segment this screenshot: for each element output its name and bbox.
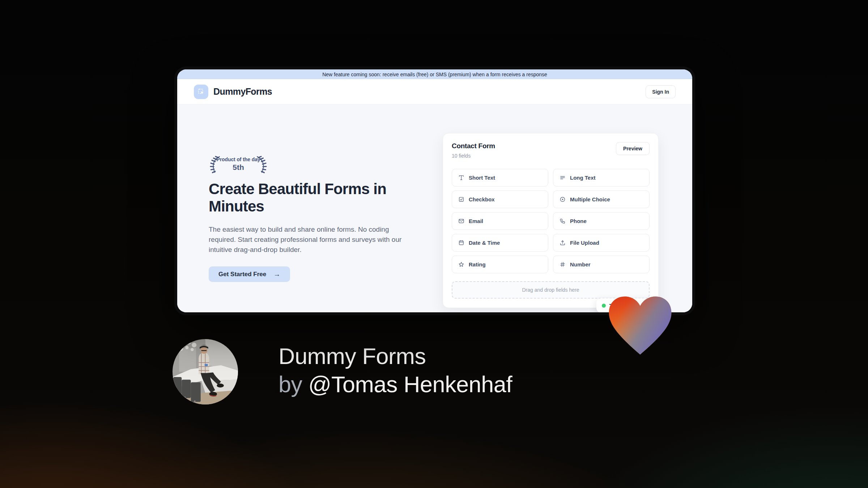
- form-field-count: 10 fields: [452, 153, 495, 159]
- star-icon: [458, 261, 464, 267]
- phone-icon: [559, 218, 566, 224]
- product-of-the-day-badge: Product of the day 5th: [208, 154, 269, 175]
- field-chip-email[interactable]: Email: [452, 212, 548, 230]
- field-chip-date-time[interactable]: Date & Time: [452, 234, 548, 252]
- field-chip-multiple-choice[interactable]: Multiple Choice: [553, 191, 650, 208]
- field-type-grid: Short Text Long Text Checkbox: [452, 169, 650, 273]
- radio-icon: [559, 196, 566, 202]
- announcement-banner: New feature coming soon: receive emails …: [177, 69, 692, 79]
- award-text: Product of the day 5th: [208, 157, 269, 172]
- get-started-button[interactable]: Get Started Free →: [209, 266, 290, 282]
- creator-avatar: [173, 339, 238, 404]
- hero-section: Product of the day 5th Create Beautiful …: [177, 104, 692, 312]
- heart-icon: [605, 293, 675, 358]
- field-chip-rating[interactable]: Rating: [452, 256, 548, 273]
- field-chip-label: Phone: [570, 218, 587, 224]
- field-chip-label: Multiple Choice: [570, 196, 610, 202]
- field-chip-number[interactable]: Number: [553, 256, 650, 273]
- drop-zone-text: Drag and drop fields here: [522, 287, 579, 293]
- sign-in-button[interactable]: Sign In: [646, 85, 676, 98]
- award-title: Product of the day: [208, 157, 269, 162]
- field-chip-label: Long Text: [570, 175, 596, 181]
- get-started-label: Get Started Free: [218, 271, 266, 278]
- brand-name: DummyForms: [213, 86, 272, 97]
- byline: by @Tomas Henkenhaf: [278, 370, 512, 398]
- app-screen: New feature coming soon: receive emails …: [177, 69, 692, 312]
- calendar-icon: [458, 240, 464, 246]
- top-navigation: DummyForms Sign In: [177, 79, 692, 104]
- page-title: Create Beautiful Forms in Minutes: [209, 180, 406, 215]
- upload-icon: [559, 240, 566, 246]
- field-chip-checkbox[interactable]: Checkbox: [452, 191, 548, 208]
- brand-logo[interactable]: DummyForms: [194, 85, 272, 99]
- field-chip-label: Number: [570, 261, 591, 267]
- checkbox-icon: [458, 196, 464, 202]
- announcement-text: New feature coming soon: receive emails …: [322, 72, 547, 77]
- browser-mockup: New feature coming soon: receive emails …: [174, 67, 695, 315]
- form-card-header: Contact Form 10 fields Preview: [452, 142, 650, 159]
- form-title: Contact Form: [452, 142, 495, 150]
- field-chip-label: File Upload: [570, 240, 599, 246]
- field-chip-label: Checkbox: [469, 196, 495, 202]
- preview-button[interactable]: Preview: [616, 142, 650, 155]
- field-chip-label: Short Text: [469, 175, 495, 181]
- field-chip-label: Date & Time: [469, 240, 500, 246]
- form-card-titles: Contact Form 10 fields: [452, 142, 495, 159]
- hash-icon: [559, 261, 566, 267]
- field-chip-long-text[interactable]: Long Text: [553, 169, 650, 187]
- email-icon: [458, 218, 464, 224]
- long-text-icon: [559, 175, 566, 181]
- field-chip-label: Rating: [469, 261, 486, 267]
- author-handle: @Tomas Henkenhaf: [309, 372, 512, 397]
- field-chip-phone[interactable]: Phone: [553, 212, 650, 230]
- byline-prefix: by: [278, 372, 309, 397]
- short-text-icon: [458, 175, 464, 181]
- field-chip-label: Email: [469, 218, 483, 224]
- award-rank: 5th: [208, 163, 269, 172]
- author-credit: Dummy Forms by @Tomas Henkenhaf: [278, 342, 512, 398]
- product-name: Dummy Forms: [278, 342, 512, 370]
- field-chip-file-upload[interactable]: File Upload: [553, 234, 650, 252]
- brand-mark-icon: [194, 85, 208, 99]
- hero-description: The easiest way to build and share onlin…: [209, 224, 418, 255]
- arrow-right-icon: →: [273, 270, 280, 278]
- form-builder-card: Contact Form 10 fields Preview Short Tex…: [443, 133, 659, 308]
- field-chip-short-text[interactable]: Short Text: [452, 169, 548, 187]
